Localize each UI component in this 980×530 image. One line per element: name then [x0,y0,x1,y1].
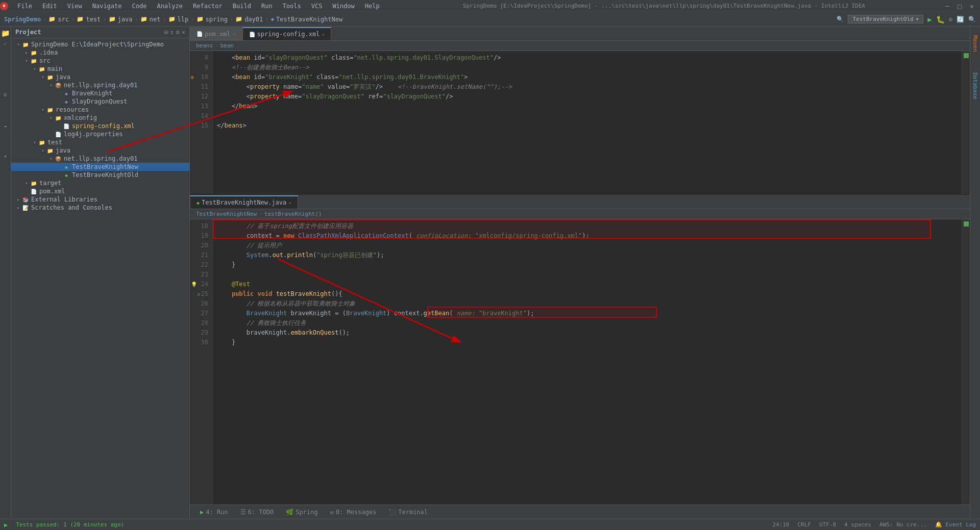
minimize-button[interactable]: ─ [943,2,951,10]
tab-terminal[interactable]: ⬛ Terminal [382,508,434,517]
nav-java[interactable]: java [118,16,133,23]
menu-code[interactable]: Code [127,2,152,11]
xml-editor-tabs: 📄 pom.xml ✕ 📄 spring-config.xml ✕ [190,27,970,41]
file-icon-testbrave: ◆ [271,16,274,22]
breadcrumb-classname[interactable]: TestBraveKnightNew [196,211,257,217]
event-log[interactable]: 🔔 Event Log [935,521,976,528]
cursor-position[interactable]: 24:10 [772,521,789,528]
testnew-tab-close[interactable]: ✕ [288,200,291,206]
nav-llp[interactable]: llp [178,16,189,23]
settings-button[interactable]: 🔄 [957,16,964,23]
menu-help[interactable]: Help [360,2,385,11]
structure-icon-btn[interactable]: ⚙ [1,90,10,99]
tab-run[interactable]: ▶ 4: Run [194,508,234,517]
java-breadcrumb: TestBraveKnightNew › testBraveKnight() [190,209,970,219]
close-sidebar-button[interactable]: ✕ [182,29,185,36]
breadcrumb-method[interactable]: testBraveKnight() [264,211,322,217]
breadcrumb-beans[interactable]: beans [196,42,213,49]
settings-tree-button[interactable]: ⚙ [176,29,180,36]
tab-spring[interactable]: 🌿 Spring [280,508,324,517]
tree-item-test-java[interactable]: ▾ 📁 java [11,146,189,155]
project-name-nav[interactable]: SpringDemo [4,16,41,23]
xml-line-9: <!--创建勇敢骑士Bean--> [217,63,962,72]
tree-item-braveknight[interactable]: ▸ ◆ BraveKnight [11,89,189,97]
xml-code-content[interactable]: <bean id="slayDragonQuest" class="net.ll… [213,51,962,194]
tree-item-testold[interactable]: ▸ ◆ TestBraveKnightOld [11,171,189,179]
tree-item-log4j[interactable]: ▸ 📄 log4j.properties [11,130,189,138]
run-config-select[interactable]: TestBraveKnightOld ▾ [848,15,923,23]
tree-item-main-java[interactable]: ▾ 📁 java [11,73,189,81]
database-button[interactable]: Database [970,70,981,101]
line-num-12: 12 [190,92,212,102]
tree-item-xmlconfig[interactable]: ▾ 📁 xmlconfig [11,114,189,122]
maximize-button[interactable]: □ [955,2,964,10]
tab-messages[interactable]: ✉ 0: Messages [324,508,383,517]
project-icon-btn[interactable]: 📁 [1,29,10,38]
tree-item-springdemo[interactable]: ▾ 📁 SpringDemo E:\IdeaProject\SpringDemo [11,40,189,48]
indent[interactable]: 4 spaces [844,521,871,528]
menu-vcs[interactable]: VCS [306,2,328,11]
menu-tools[interactable]: Tools [278,2,306,11]
tree-item-pom[interactable]: ▸ 📄 pom.xml [11,187,189,195]
nav-testbrave[interactable]: TestBraveKnightNew [276,16,342,23]
line-ending[interactable]: CRLF [797,521,811,528]
maven-button[interactable]: Maven [970,29,981,59]
tree-item-target[interactable]: ▾ 📁 target [11,179,189,187]
menu-view[interactable]: View [62,2,87,11]
xml-icon-spring-config: 📄 [62,122,70,130]
scroll-from-source-button[interactable]: ↕ [170,29,174,36]
tab-todo[interactable]: ☰ 6: TODO [234,508,280,517]
nav-src[interactable]: src [58,16,69,23]
menu-navigate[interactable]: Navigate [87,2,127,11]
tree-item-testnew[interactable]: ▸ ◆ TestBraveKnightNew [11,163,189,171]
nav-net[interactable]: net [150,16,161,23]
menu-analyze[interactable]: Analyze [152,2,188,11]
tree-item-main[interactable]: ▾ 📁 main [11,65,189,73]
java-status-indicator [964,221,969,226]
nav-sep1: › [43,16,46,23]
close-button[interactable]: ✕ [968,2,976,10]
search-button[interactable]: 🔍 [968,16,976,23]
aws-icon-btn[interactable]: ☁ [1,120,10,130]
search-nav-icon[interactable]: 🔍 [837,16,844,22]
tree-item-src[interactable]: ▾ 📁 src [11,57,189,65]
java-line-18: // 基于spring配置文件创建应用容器 [217,221,962,231]
java-code-content[interactable]: // 基于spring配置文件创建应用容器 context = new Clas… [213,219,962,504]
menu-run[interactable]: Run [256,2,278,11]
menu-window[interactable]: Window [327,2,359,11]
left-toolbar: 📁 ✓ ⚙ ☁ ★ [0,27,11,519]
spring-config-tab-close[interactable]: ✕ [322,32,325,37]
cloud-status[interactable]: AWS: No cre... [879,521,927,528]
menu-refactor[interactable]: Refactor [188,2,228,11]
commit-icon-btn[interactable]: ✓ [1,39,10,48]
tree-item-extlib[interactable]: ▸ 📚 External Libraries [11,195,189,204]
pom-tab-close[interactable]: ✕ [233,31,236,37]
build-button[interactable]: ⚙ [949,16,952,23]
nav-spring[interactable]: spring [206,16,228,23]
tree-item-package-test[interactable]: ▾ 📦 net.llp.spring.day01 [11,155,189,163]
tab-spring-config[interactable]: 📄 spring-config.xml ✕ [242,27,332,40]
java-line-27: BraveKnight braveKnight = (BraveKnight) … [217,309,962,318]
tree-item-idea[interactable]: ▸ 📁 .idea [11,48,189,57]
nav-day01[interactable]: day01 [244,16,263,23]
tree-label-springdemo: SpringDemo E:\IdeaProject\SpringDemo [31,41,164,48]
debug-button[interactable]: 🐛 [936,15,945,23]
run-button[interactable]: ▶ [927,15,932,23]
menu-file[interactable]: File [12,2,37,11]
nav-test[interactable]: test [86,16,101,23]
menu-build[interactable]: Build [228,2,256,11]
tree-item-spring-config[interactable]: ▸ 📄 spring-config.xml [11,122,189,130]
tab-pom[interactable]: 📄 pom.xml ✕ [190,27,242,40]
breadcrumb-bean[interactable]: bean [220,42,234,49]
tree-item-scratches[interactable]: ▸ 📝 Scratches and Consoles [11,204,189,212]
tree-item-slaydragon[interactable]: ▸ ◆ SlayDragonQuest [11,97,189,106]
jline-19: 19 [190,231,212,241]
tab-testbrave-new[interactable]: ◆ TestBraveKnightNew.java ✕ [190,195,298,209]
favorites-icon-btn[interactable]: ★ [1,151,10,160]
tree-item-test[interactable]: ▾ 📁 test [11,138,189,146]
tree-item-package-main[interactable]: ▾ 📦 net.llp.spring.day01 [11,81,189,89]
encoding[interactable]: UTF-8 [819,521,836,528]
collapse-all-button[interactable]: ⊟ [164,29,168,36]
tree-item-resources[interactable]: ▾ 📁 resources [11,106,189,114]
menu-edit[interactable]: Edit [37,2,62,11]
